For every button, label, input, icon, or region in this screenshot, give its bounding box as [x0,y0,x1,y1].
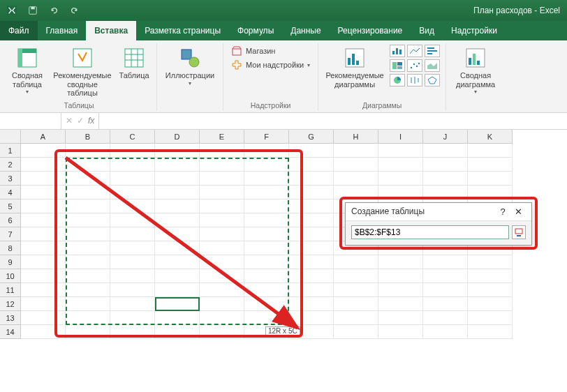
cell[interactable] [468,269,513,283]
cell[interactable] [468,255,513,269]
cell[interactable] [66,269,110,283]
store-button[interactable]: Магазин [229,45,312,57]
cell[interactable] [110,144,155,158]
cell[interactable] [468,325,513,339]
cell[interactable] [110,227,155,241]
cell[interactable] [200,311,244,325]
cell[interactable] [155,297,200,311]
chart-area-button[interactable] [425,59,440,72]
cell[interactable] [110,172,155,186]
tab-formulas[interactable]: Формулы [229,21,282,40]
cell[interactable] [110,158,155,172]
row-header[interactable]: 3 [0,172,21,186]
cell[interactable] [244,311,289,325]
cancel-formula-icon[interactable]: ✕ [66,116,73,126]
cell[interactable] [66,241,110,255]
cell[interactable] [468,172,513,186]
row-header[interactable]: 12 [0,297,21,311]
cell[interactable] [289,213,334,227]
cell[interactable] [244,241,289,255]
cell[interactable] [200,172,244,186]
cell[interactable] [244,283,289,297]
cell[interactable] [244,144,289,158]
row-header[interactable]: 1 [0,144,21,158]
cell[interactable] [21,144,66,158]
row-header[interactable]: 5 [0,199,21,213]
cell[interactable] [244,227,289,241]
cell[interactable] [155,269,200,283]
cell[interactable] [334,186,378,199]
cell[interactable] [21,325,66,339]
recommended-pivot-button[interactable]: Рекомендуемые сводные таблицы [52,45,113,100]
cell[interactable] [155,255,200,269]
cell[interactable] [289,186,334,199]
col-header[interactable]: F [244,130,289,144]
cell[interactable] [21,311,66,325]
dialog-close-button[interactable]: ✕ [510,206,526,217]
formula-input[interactable] [99,113,567,129]
redo-button[interactable] [67,3,82,18]
cell[interactable] [21,172,66,186]
my-addins-button[interactable]: Мои надстройки ▾ [229,59,312,71]
cell[interactable] [423,297,468,311]
tab-pagelayout[interactable]: Разметка страницы [136,21,229,40]
cell[interactable] [289,311,334,325]
cell[interactable] [378,311,423,325]
tab-view[interactable]: Вид [411,21,443,40]
row-header[interactable]: 4 [0,186,21,199]
chart-line-button[interactable] [407,45,422,57]
tab-data[interactable]: Данные [282,21,329,40]
cell[interactable] [110,255,155,269]
cell[interactable] [289,255,334,269]
cell[interactable] [155,227,200,241]
col-header[interactable]: K [468,130,513,144]
cell[interactable] [289,172,334,186]
row-header[interactable]: 13 [0,311,21,325]
cell[interactable] [66,199,110,213]
cell[interactable] [423,255,468,269]
chart-scatter-button[interactable] [407,59,422,72]
cell[interactable] [66,283,110,297]
tab-addins[interactable]: Надстройки [443,21,506,40]
chart-stock-button[interactable] [407,74,422,86]
cell[interactable] [378,255,423,269]
cell[interactable] [66,325,110,339]
cell[interactable] [21,255,66,269]
cell[interactable] [21,158,66,172]
cell[interactable] [289,144,334,158]
pivot-table-button[interactable]: Сводная таблица▾ [7,45,47,97]
table-button[interactable]: Таблица [117,45,151,82]
cell[interactable] [289,227,334,241]
cell[interactable] [110,311,155,325]
cell[interactable] [423,269,468,283]
cell[interactable] [21,283,66,297]
cell[interactable] [110,241,155,255]
cell[interactable] [155,199,200,213]
tab-home[interactable]: Главная [38,21,87,40]
cell[interactable] [378,172,423,186]
cell[interactable] [468,144,513,158]
cell[interactable] [289,158,334,172]
confirm-formula-icon[interactable]: ✓ [77,116,84,126]
cell[interactable] [200,325,244,339]
save-button[interactable] [25,3,40,18]
cell[interactable] [423,158,468,172]
pivot-chart-button[interactable]: Сводная диаграмма▾ [452,45,499,97]
cell[interactable] [155,241,200,255]
cell[interactable] [423,283,468,297]
cell[interactable] [468,283,513,297]
cell[interactable] [66,172,110,186]
cell[interactable] [468,311,513,325]
illustrations-button[interactable]: Иллюстрации▾ [163,45,217,89]
cell[interactable] [21,213,66,227]
cell[interactable] [155,172,200,186]
undo-button[interactable] [46,3,61,18]
cell[interactable] [155,158,200,172]
col-header[interactable]: D [155,130,200,144]
cell[interactable] [155,186,200,199]
cell[interactable] [423,172,468,186]
cell[interactable] [200,199,244,213]
cell[interactable] [334,172,378,186]
cell[interactable] [468,297,513,311]
cell[interactable] [423,144,468,158]
